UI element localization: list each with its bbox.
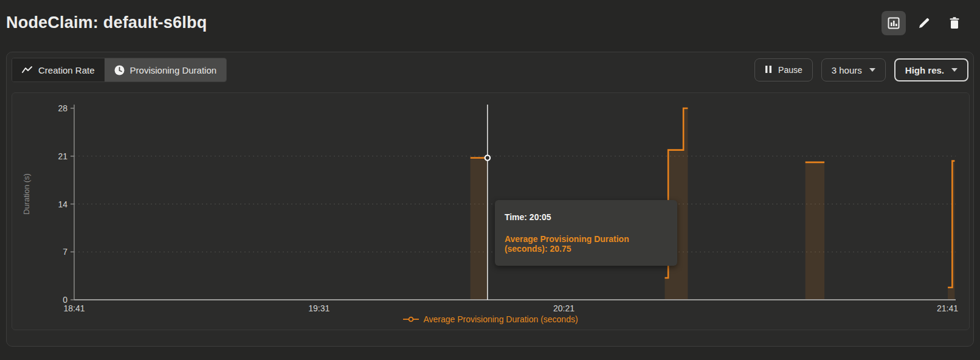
series-area-fill: [806, 162, 824, 300]
time-range-dropdown[interactable]: 3 hours: [821, 58, 886, 81]
chart-toolbar: Creation Rate Provisioning Duration: [12, 57, 968, 83]
bar-chart-icon: [887, 16, 900, 30]
bar-chart-toggle-button[interactable]: [882, 11, 906, 35]
series-area-fill: [471, 158, 488, 300]
chart-panel: Duration (s) 0714212818:4119:3120:2121:4…: [12, 92, 970, 330]
chart-card: Creation Rate Provisioning Duration: [6, 52, 974, 347]
tooltip-time: Time: 20:05: [505, 212, 668, 222]
time-range-label: 3 hours: [832, 65, 862, 75]
trash-icon: [948, 16, 961, 30]
pencil-icon: [917, 16, 931, 30]
y-axis-tick-label: 28: [58, 103, 67, 113]
chart-tooltip: Time: 20:05 Average Provisioning Duratio…: [495, 200, 677, 266]
chart-legend: Average Provisioning Duration (seconds): [12, 314, 969, 325]
tooltip-series-value: Average Provisioning Duration (seconds):…: [505, 234, 668, 254]
chevron-down-icon: [869, 68, 875, 72]
clock-icon: [114, 65, 125, 75]
x-axis-tick-label: 19:31: [308, 303, 330, 313]
header-actions: [882, 11, 967, 35]
tab-creation-rate[interactable]: Creation Rate: [12, 58, 105, 81]
legend-label: Average Provisioning Duration (seconds): [423, 314, 578, 324]
tab-label: Provisioning Duration: [130, 65, 217, 75]
data-point-marker: [485, 155, 490, 160]
toolbar-controls: Pause 3 hours High res.: [754, 58, 968, 81]
y-axis-tick-label: 21: [58, 151, 67, 161]
pause-label: Pause: [778, 65, 802, 75]
metric-tab-group: Creation Rate Provisioning Duration: [12, 58, 227, 82]
resolution-dropdown[interactable]: High res.: [894, 58, 968, 81]
page-header: NodeClaim: default-s6lbq: [0, 0, 980, 49]
series-area-fill: [948, 161, 954, 300]
pause-icon: [765, 65, 772, 75]
chart-svg[interactable]: 0714212818:4119:3120:2121:41: [12, 93, 969, 330]
x-axis-tick-label: 20:21: [553, 303, 575, 313]
legend-marker-icon: [403, 314, 419, 325]
page-title: NodeClaim: default-s6lbq: [6, 13, 207, 32]
y-axis-tick-label: 7: [63, 247, 67, 257]
delete-button[interactable]: [942, 11, 967, 35]
resolution-label: High res.: [905, 65, 944, 75]
tab-label: Creation Rate: [38, 65, 95, 75]
x-axis-tick-label: 21:41: [937, 303, 958, 313]
x-axis-tick-label: 18:41: [63, 303, 85, 313]
chevron-down-icon: [951, 68, 958, 72]
y-axis-tick-label: 14: [58, 199, 67, 209]
legend-item[interactable]: Average Provisioning Duration (seconds): [403, 314, 578, 325]
tab-provisioning-duration[interactable]: Provisioning Duration: [105, 58, 227, 81]
edit-button[interactable]: [912, 11, 936, 35]
pause-button[interactable]: Pause: [754, 58, 813, 81]
line-chart-icon: [22, 66, 33, 74]
